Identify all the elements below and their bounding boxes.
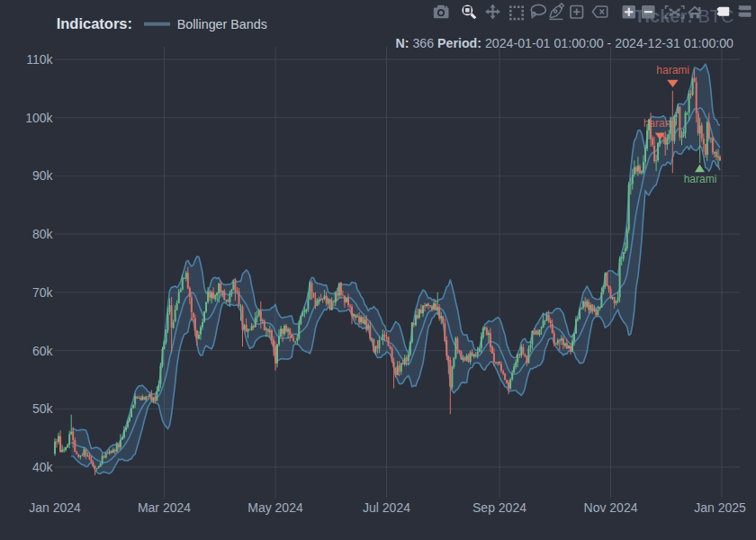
svg-text:60k: 60k (32, 344, 54, 358)
svg-text:Mar 2024: Mar 2024 (138, 500, 191, 515)
svg-text:40k: 40k (32, 460, 54, 474)
svg-text:Nov 2024: Nov 2024 (584, 500, 638, 515)
svg-text:Jan 2024: Jan 2024 (29, 500, 81, 515)
svg-text:50k: 50k (32, 401, 54, 416)
svg-text:harami: harami (656, 64, 689, 76)
svg-text:90k: 90k (32, 168, 54, 183)
svg-text:Jul 2024: Jul 2024 (363, 500, 410, 515)
svg-text:80k: 80k (32, 227, 54, 241)
svg-text:Jan 2025: Jan 2025 (694, 500, 746, 515)
svg-text:110k: 110k (26, 52, 53, 67)
svg-text:May 2024: May 2024 (248, 500, 303, 515)
svg-text:harami: harami (684, 173, 717, 185)
svg-text:100k: 100k (25, 111, 53, 125)
svg-text:70k: 70k (32, 285, 54, 300)
svg-text:Sep 2024: Sep 2024 (472, 500, 526, 515)
svg-text:Bollinger Bands: Bollinger Bands (177, 17, 267, 32)
svg-text:N: 366 Period: 2024-01-01 01:0: N: 366 Period: 2024-01-01 01:00:00 - 202… (396, 36, 734, 50)
svg-text:Indicators:: Indicators: (57, 15, 132, 32)
